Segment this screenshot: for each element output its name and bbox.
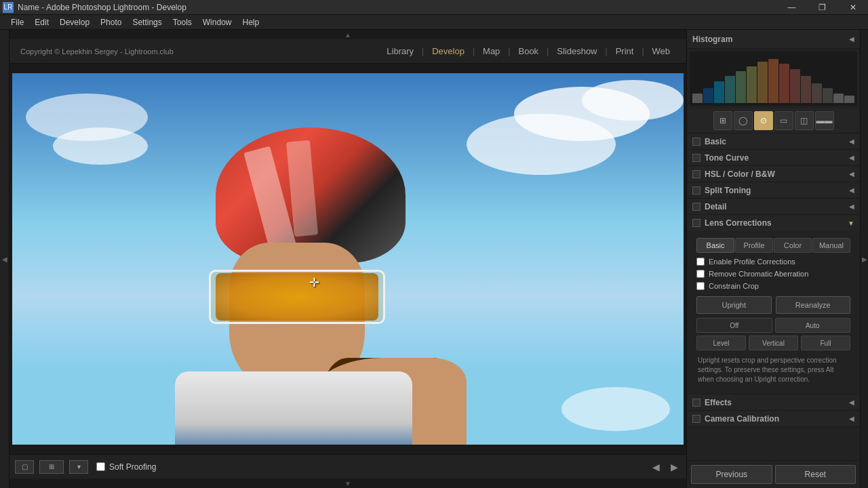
center-panel: ▲ Copyright © Lepekhin Sergey - Lightroo…	[9, 30, 686, 488]
view-icon-1[interactable]: ▢	[15, 460, 34, 474]
close-button[interactable]: ✕	[837, 0, 868, 15]
left-panel-toggle[interactable]: ◀	[0, 30, 9, 488]
basic-section[interactable]: Basic ◀	[687, 134, 860, 150]
upright-buttons-area: Upright Reanalyze	[692, 292, 854, 318]
detail-section[interactable]: Detail ◀	[687, 199, 860, 215]
target-tool-icon[interactable]: ⊙	[754, 111, 773, 130]
menu-edit[interactable]: Edit	[29, 16, 54, 28]
tab-profile[interactable]: Profile	[735, 238, 773, 253]
histogram-area	[690, 52, 857, 106]
camera-calibration-title: Camera Calibration	[705, 414, 779, 424]
vertical-transform-button[interactable]: Vertical	[749, 336, 798, 350]
constrain-crop-checkbox[interactable]	[696, 282, 705, 290]
split-toning-marker	[692, 186, 701, 195]
constrain-crop-label: Constrain Crop	[709, 282, 759, 290]
basic-collapse-icon: ◀	[849, 138, 854, 145]
hsl-title: HSL / Color / B&W	[705, 169, 775, 179]
hist-bar	[779, 64, 789, 103]
tone-curve-marker	[692, 154, 701, 162]
hist-bar	[757, 62, 768, 103]
nav-develop[interactable]: Develop	[427, 46, 470, 56]
main-layout: ◀ ▲ Copyright © Lepekhin Sergey - Lightr…	[0, 30, 868, 488]
menu-window[interactable]: Window	[197, 16, 237, 28]
lens-corrections-marker	[692, 219, 701, 227]
bottom-left-arrow[interactable]: ◀	[650, 462, 663, 472]
window-controls: — ❐ ✕	[776, 0, 868, 15]
hsl-collapse-icon: ◀	[849, 170, 854, 178]
lens-corrections-section: Lens Corrections ▼ Basic Profile Color M…	[687, 215, 860, 394]
full-transform-button[interactable]: Full	[801, 336, 850, 350]
effects-title: Effects	[705, 398, 732, 407]
right-panel-arrow-icon: ▶	[862, 256, 867, 263]
histogram-header: Histogram ◀	[687, 30, 860, 49]
healing-tool-icon[interactable]: ◫	[795, 111, 814, 130]
nav-web[interactable]: Web	[647, 46, 676, 56]
menu-develop[interactable]: Develop	[54, 16, 95, 28]
hsl-section[interactable]: HSL / Color / B&W ◀	[687, 166, 860, 182]
tab-color[interactable]: Color	[774, 238, 812, 253]
previous-button[interactable]: Previous	[691, 465, 772, 484]
lens-corrections-header[interactable]: Lens Corrections ▼	[687, 215, 860, 231]
enable-profile-label: Enable Profile Corrections	[709, 258, 795, 266]
hist-bar	[747, 66, 757, 103]
bottom-right-arrow[interactable]: ▶	[668, 462, 681, 472]
menu-file[interactable]: File	[5, 16, 29, 28]
split-toning-collapse-icon: ◀	[849, 186, 854, 194]
camera-calibration-marker	[692, 415, 701, 423]
view-dropdown[interactable]: ▾	[69, 460, 88, 474]
transform-buttons-area: Off Auto	[692, 318, 854, 336]
tab-manual[interactable]: Manual	[812, 238, 850, 253]
maximize-button[interactable]: ❐	[807, 0, 837, 15]
top-collapse-arrow[interactable]: ▲	[344, 31, 351, 39]
tab-basic[interactable]: Basic	[696, 238, 734, 253]
hist-bar	[823, 88, 833, 103]
camera-calibration-collapse-icon: ◀	[849, 415, 854, 422]
nav-print[interactable]: Print	[610, 46, 639, 56]
hsl-marker	[692, 170, 701, 178]
titlebar: LR Name - Adobe Photoshop Lightroom - De…	[0, 0, 868, 15]
crop-tool-icon[interactable]: ▭	[774, 111, 793, 130]
reset-button[interactable]: Reset	[775, 465, 856, 484]
grid-tool-icon[interactable]: ⊞	[713, 111, 732, 130]
nav-slideshow[interactable]: Slideshow	[551, 46, 602, 56]
view-icon-2[interactable]: ⊞	[39, 460, 64, 474]
histogram-title: Histogram	[692, 35, 732, 44]
menu-help[interactable]: Help	[237, 16, 264, 28]
copyright-text: Copyright © Lepekhin Sergey - Lightroom.…	[20, 47, 174, 56]
hist-bar	[736, 71, 746, 103]
nav-book[interactable]: Book	[513, 46, 544, 56]
basic-marker	[692, 138, 701, 146]
minimize-button[interactable]: —	[776, 0, 807, 15]
histogram-collapse-icon[interactable]: ◀	[849, 35, 854, 43]
level-transform-button[interactable]: Level	[696, 336, 746, 350]
off-transform-button[interactable]: Off	[696, 318, 772, 333]
tone-curve-section[interactable]: Tone Curve ◀	[687, 150, 860, 166]
soft-proofing-label: Soft Proofing	[109, 462, 156, 472]
bottom-collapse-arrow[interactable]: ▼	[344, 480, 351, 487]
radial-tool-icon[interactable]: ◯	[734, 111, 753, 130]
menu-tools[interactable]: Tools	[167, 16, 197, 28]
effects-section[interactable]: Effects ◀	[687, 394, 860, 411]
hist-bar	[844, 96, 854, 103]
hist-bar	[768, 59, 778, 103]
hist-bar	[703, 88, 713, 103]
adjustment-tool-icon[interactable]: ▬▬	[815, 111, 834, 130]
camera-calibration-section[interactable]: Camera Calibration ◀	[687, 411, 860, 427]
split-toning-section[interactable]: Split Toning ◀	[687, 182, 860, 199]
auto-transform-button[interactable]: Auto	[775, 318, 851, 333]
soft-proofing-checkbox[interactable]	[96, 462, 105, 471]
remove-ca-checkbox[interactable]	[696, 270, 705, 278]
nav-map[interactable]: Map	[477, 46, 505, 56]
transform-buttons-area-2: Level Vertical Full	[692, 336, 854, 353]
upright-button[interactable]: Upright	[696, 296, 772, 314]
right-panel-toggle[interactable]: ▶	[860, 30, 868, 488]
image-area[interactable]: ✛	[9, 64, 686, 454]
hist-bar	[725, 76, 735, 103]
nav-library[interactable]: Library	[381, 46, 419, 56]
reanalyze-button[interactable]: Reanalyze	[776, 296, 851, 314]
menu-settings[interactable]: Settings	[127, 16, 167, 28]
menu-photo[interactable]: Photo	[95, 16, 127, 28]
detail-marker	[692, 203, 701, 211]
hist-bar	[790, 69, 800, 103]
enable-profile-checkbox[interactable]	[696, 258, 705, 266]
